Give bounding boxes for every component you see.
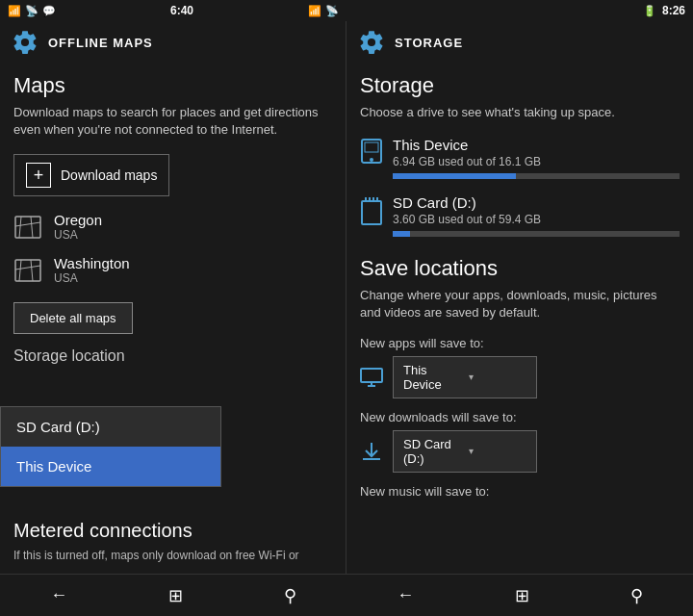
svg-point-10 bbox=[370, 158, 373, 162]
drive-name-sd-card: SD Card (D:) bbox=[393, 194, 680, 211]
save-locations-title: Save locations bbox=[360, 256, 680, 281]
monitor-icon bbox=[360, 368, 383, 387]
drive-name-this-device: This Device bbox=[393, 137, 680, 153]
right-header-title: STORAGE bbox=[395, 36, 463, 50]
wifi2-icon: 📡 bbox=[325, 5, 339, 17]
chevron-down-icon-apps: ▾ bbox=[469, 372, 526, 382]
map-name-washington: Washington bbox=[54, 255, 130, 271]
left-time: 6:40 bbox=[170, 4, 193, 17]
save-row-music-label: New music will save to: bbox=[360, 484, 680, 499]
gear-icon-right bbox=[358, 29, 385, 56]
save-apps-dropdown[interactable]: This Device ▾ bbox=[393, 356, 537, 398]
save-locations-desc: Change where your apps, downloads, music… bbox=[360, 287, 680, 321]
svg-line-5 bbox=[15, 266, 40, 270]
back-icon-right: ← bbox=[397, 585, 414, 605]
drive-item-sd-card[interactable]: SD Card (D:) 3.60 GB used out of 59.4 GB bbox=[360, 194, 680, 237]
back-button-left[interactable]: ← bbox=[31, 579, 87, 611]
dropdown-sdcard-label: SD Card (D:) bbox=[16, 419, 100, 435]
progress-fill-this-device bbox=[393, 173, 516, 179]
map-text-washington: Washington USA bbox=[54, 255, 130, 285]
svg-line-3 bbox=[31, 217, 33, 238]
save-downloads-dropdown[interactable]: SD Card (D:) ▾ bbox=[393, 430, 537, 473]
search-icon-left: ⚲ bbox=[284, 585, 296, 606]
signal2-icon: 📶 bbox=[308, 5, 321, 17]
back-button-right[interactable]: ← bbox=[377, 579, 433, 611]
save-apps-dropdown-value: This Device bbox=[403, 363, 461, 392]
right-time: 8:26 bbox=[662, 4, 685, 17]
save-row-apps-inner: This Device ▾ bbox=[360, 356, 680, 398]
home-icon-right: ⊞ bbox=[515, 585, 529, 606]
gear-icon-left bbox=[12, 29, 38, 56]
dropdown-item-this-device[interactable]: This Device bbox=[1, 447, 220, 486]
map-region-oregon: USA bbox=[54, 228, 102, 242]
map-icon-washington bbox=[13, 256, 42, 285]
storage-location-dropdown: SD Card (D:) This Device bbox=[0, 406, 221, 487]
search-button-left[interactable]: ⚲ bbox=[265, 579, 316, 612]
storage-section-title: Storage bbox=[360, 73, 680, 98]
map-icon-oregon bbox=[13, 213, 42, 242]
device-icon bbox=[360, 139, 383, 169]
search-icon-right: ⚲ bbox=[630, 585, 643, 606]
signal-icon: 📶 bbox=[8, 5, 21, 17]
home-button-left[interactable]: ⊞ bbox=[149, 579, 202, 612]
dropdown-item-sdcard[interactable]: SD Card (D:) bbox=[1, 407, 220, 447]
svg-line-6 bbox=[19, 260, 21, 281]
metered-connections-title: Metered connections bbox=[13, 520, 332, 542]
storage-location-label: Storage location bbox=[13, 347, 332, 365]
save-row-apps-label: New apps will save to: bbox=[360, 336, 680, 350]
dropdown-thisdevice-label: This Device bbox=[16, 458, 91, 475]
drive-info-sd-card: SD Card (D:) 3.60 GB used out of 59.4 GB bbox=[393, 194, 680, 237]
right-panel-header: STORAGE bbox=[346, 21, 693, 64]
plus-icon: + bbox=[26, 163, 51, 188]
save-row-downloads-inner: SD Card (D:) ▾ bbox=[360, 430, 680, 473]
progress-bar-this-device bbox=[393, 173, 680, 179]
svg-line-2 bbox=[19, 217, 21, 238]
drive-item-this-device[interactable]: This Device 6.94 GB used out of 16.1 GB bbox=[360, 137, 680, 179]
map-region-washington: USA bbox=[54, 271, 130, 285]
maps-section-title: Maps bbox=[13, 73, 332, 98]
save-row-downloads: New downloads will save to: SD Card (D:)… bbox=[360, 410, 680, 473]
metered-connections-desc: If this is turned off, maps only downloa… bbox=[13, 548, 332, 564]
progress-bar-sd-card bbox=[393, 231, 680, 237]
download-icon bbox=[360, 442, 383, 461]
progress-fill-sd-card bbox=[393, 231, 410, 237]
map-item-washington: Washington USA bbox=[13, 255, 332, 285]
map-item-oregon: Oregon USA bbox=[13, 212, 332, 242]
drive-usage-this-device: 6.94 GB used out of 16.1 GB bbox=[393, 155, 680, 168]
drive-usage-sd-card: 3.60 GB used out of 59.4 GB bbox=[393, 213, 680, 226]
home-button-right[interactable]: ⊞ bbox=[496, 579, 549, 612]
storage-drives: This Device 6.94 GB used out of 16.1 GB bbox=[360, 137, 680, 237]
right-signal-icons: 📶 📡 bbox=[308, 5, 339, 17]
notification-icon: 💬 bbox=[42, 5, 56, 17]
svg-line-1 bbox=[15, 222, 40, 226]
search-button-right[interactable]: ⚲ bbox=[611, 579, 662, 612]
save-row-apps: New apps will save to: This Device ▾ bbox=[360, 336, 680, 398]
map-text-oregon: Oregon USA bbox=[54, 212, 102, 242]
save-row-downloads-label: New downloads will save to: bbox=[360, 410, 680, 424]
save-downloads-dropdown-value: SD Card (D:) bbox=[403, 437, 461, 466]
home-icon-left: ⊞ bbox=[168, 585, 183, 606]
left-header-title: OFFLINE MAPS bbox=[48, 36, 153, 50]
wifi-icon: 📡 bbox=[25, 5, 38, 17]
left-signal-icons: 📶 📡 💬 bbox=[8, 5, 56, 17]
map-name-oregon: Oregon bbox=[54, 212, 102, 228]
svg-rect-11 bbox=[362, 201, 381, 224]
download-maps-label: Download maps bbox=[61, 167, 157, 183]
delete-all-maps-button[interactable]: Delete all maps bbox=[13, 302, 133, 334]
delete-all-maps-label: Delete all maps bbox=[30, 311, 116, 325]
download-maps-button[interactable]: + Download maps bbox=[13, 154, 169, 196]
battery-icon: 🔋 bbox=[643, 5, 656, 17]
svg-line-7 bbox=[31, 260, 33, 281]
sd-card-icon bbox=[360, 196, 383, 227]
storage-section-desc: Choose a drive to see what's taking up s… bbox=[360, 104, 680, 121]
back-icon-left: ← bbox=[50, 585, 67, 605]
svg-rect-16 bbox=[361, 369, 382, 382]
left-panel-header: OFFLINE MAPS bbox=[0, 21, 346, 64]
maps-section-desc: Download maps to search for places and g… bbox=[13, 104, 332, 139]
drive-info-this-device: This Device 6.94 GB used out of 16.1 GB bbox=[393, 137, 680, 179]
chevron-down-icon-downloads: ▾ bbox=[469, 446, 526, 456]
save-row-music: New music will save to: bbox=[360, 484, 680, 499]
svg-rect-9 bbox=[365, 142, 378, 152]
